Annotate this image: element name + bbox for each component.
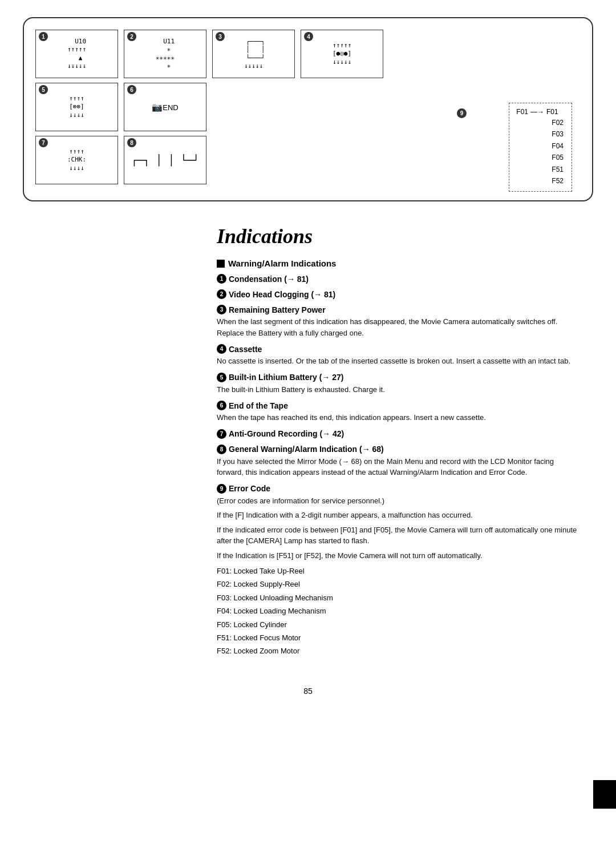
cell-icon-6: 📷END xyxy=(152,102,178,112)
error-code-line1: If the [F] Indication with a 2-digit num… xyxy=(217,510,582,521)
circle-num-5: 5 xyxy=(217,373,226,382)
error-code-f52: F52: Locked Zoom Motor xyxy=(217,644,582,657)
cell-num-5: 5 xyxy=(39,85,48,94)
diagram-cell-8: 8 ┌─┐ │ │ └─┘ xyxy=(124,136,206,184)
f01-start: F01 xyxy=(516,108,528,116)
item-9-label: Error Code xyxy=(229,484,270,493)
diagram-cell-1: 1 U10 ↑↑↑↑↑ ▲ ↓↓↓↓↓ xyxy=(35,30,118,78)
item-1-label: Condensation (→ 81) xyxy=(229,274,309,284)
f04-label: F04 xyxy=(552,140,564,152)
f9-badge: 9 xyxy=(457,108,467,118)
circle-num-7: 7 xyxy=(217,429,226,439)
cell-icon-1: U10 ↑↑↑↑↑ ▲ ↓↓↓↓↓ xyxy=(67,38,86,70)
black-square-icon xyxy=(217,260,225,268)
page-title: Indications xyxy=(217,224,582,248)
item-5-body: The built-in Lithium Battery is exhauste… xyxy=(217,384,582,395)
cell-num-7: 7 xyxy=(39,138,48,147)
item-8-label: General Warning/Alarm Indication (→ 68) xyxy=(229,445,384,454)
item-5-label: Built-in Lithium Battery (→ 27) xyxy=(229,373,343,382)
content-section: Indications Warning/Alarm Indications 1 … xyxy=(0,213,616,675)
black-rectangle xyxy=(593,780,616,809)
warning-header-text: Warning/Alarm Indications xyxy=(228,259,336,268)
item-7-header: 7 Anti-Ground Recording (→ 42) xyxy=(217,429,582,439)
item-4-label: Cassette xyxy=(229,345,262,354)
circle-num-8: 8 xyxy=(217,445,226,454)
f01-arrow: —→ xyxy=(530,108,544,116)
item-9-header: 9 Error Code xyxy=(217,484,582,494)
item-6-label: End of the Tape xyxy=(229,401,288,410)
cell-num-8: 8 xyxy=(127,138,136,147)
item-3-body: When the last segment of this indication… xyxy=(217,316,582,338)
diagram-cell-4: 4 ↑↑↑↑↑ [●◎●] ↓↓↓↓↓ xyxy=(301,30,383,78)
error-code-line2: If the indicated error code is between [… xyxy=(217,524,582,547)
cell-icon-5: ↑↑↑↑ [⊗⊗] ↓↓↓↓ xyxy=(69,95,84,119)
cell-icon-7: ↑↑↑↑ :CHK: ↓↓↓↓ xyxy=(67,148,86,172)
cell-num-6: 6 xyxy=(127,85,136,94)
circle-num-9: 9 xyxy=(217,484,226,494)
f01-label: F01 xyxy=(546,108,558,116)
cell-num-2: 2 xyxy=(127,32,136,41)
cell-icon-8: ┌─┐ │ │ └─┘ xyxy=(131,154,199,166)
error-code-intro: (Error codes are information for service… xyxy=(217,495,582,507)
cell-num-4: 4 xyxy=(304,32,313,41)
item-2-header: 2 Video Head Clogging (→ 81) xyxy=(217,289,582,299)
diagram-cell-6: 6 📷END xyxy=(124,83,206,131)
error-code-f02: F02: Locked Supply-Reel xyxy=(217,578,582,591)
error-code-f01: F01: Locked Take Up-Reel xyxy=(217,564,582,578)
page-number: 85 xyxy=(0,675,616,707)
cell-icon-2: U11 ✳ ✳✳✳✳✳ ✳ xyxy=(156,38,175,70)
error-code-list: F01: Locked Take Up-Reel F02: Locked Sup… xyxy=(217,564,582,658)
item-3-label: Remaining Battery Power xyxy=(229,305,326,314)
error-code-f05: F05: Locked Cylinder xyxy=(217,618,582,631)
item-8-header: 8 General Warning/Alarm Indication (→ 68… xyxy=(217,445,582,454)
circle-num-1: 1 xyxy=(217,274,226,284)
diagram-cell-5: 5 ↑↑↑↑ [⊗⊗] ↓↓↓↓ xyxy=(35,83,118,131)
circle-num-6: 6 xyxy=(217,401,226,410)
item-6-body: When the tape has reached its end, this … xyxy=(217,412,582,423)
diagram-cell-3: 3 ┌───┐ │ │ └───┘ ↓↓↓↓↓ xyxy=(212,30,295,78)
item-8-body: If you have selected the Mirror Mode (→ … xyxy=(217,456,582,478)
f52-label: F52 xyxy=(552,175,564,187)
item-6-header: 6 End of the Tape xyxy=(217,401,582,410)
warning-alarm-header: Warning/Alarm Indications xyxy=(217,259,582,268)
diagram-section: 1 U10 ↑↑↑↑↑ ▲ ↓↓↓↓↓ 2 U11 ✳ ✳✳✳✳✳ ✳ 3 ┌─… xyxy=(0,0,616,213)
diagram-border: 1 U10 ↑↑↑↑↑ ▲ ↓↓↓↓↓ 2 U11 ✳ ✳✳✳✳✳ ✳ 3 ┌─… xyxy=(23,17,593,201)
error-code-f03: F03: Locked Unloading Mechanism xyxy=(217,591,582,604)
diagram-cell-2: 2 U11 ✳ ✳✳✳✳✳ ✳ xyxy=(124,30,206,78)
item-4-body: No cassette is inserted. Or the tab of t… xyxy=(217,356,582,367)
circle-num-2: 2 xyxy=(217,289,226,299)
item-4-header: 4 Cassette xyxy=(217,344,582,354)
cell-num-1: 1 xyxy=(39,32,48,41)
cell-num-3: 3 xyxy=(216,32,225,41)
item-1-header: 1 Condensation (→ 81) xyxy=(217,274,582,284)
f02-label: F02 xyxy=(552,117,564,128)
error-code-line3: If the Indication is [F51] or [F52], the… xyxy=(217,550,582,562)
f03-label: F03 xyxy=(552,128,564,140)
f05-label: F05 xyxy=(552,152,564,163)
f51-label: F51 xyxy=(552,164,564,175)
error-code-f51: F51: Locked Focus Motor xyxy=(217,631,582,644)
cell-icon-3: ┌───┐ │ │ └───┘ ↓↓↓↓↓ xyxy=(242,38,265,70)
diagram-cell-7: 7 ↑↑↑↑ :CHK: ↓↓↓↓ xyxy=(35,136,118,184)
item-7-label: Anti-Ground Recording (→ 42) xyxy=(229,429,344,438)
item-2-label: Video Head Clogging (→ 81) xyxy=(229,290,335,299)
error-code-f04: F04: Locked Loading Mechanism xyxy=(217,604,582,617)
cell-icon-4: ↑↑↑↑↑ [●◎●] ↓↓↓↓↓ xyxy=(333,42,351,66)
circle-num-3: 3 xyxy=(217,305,226,314)
circle-num-4: 4 xyxy=(217,344,226,354)
item-3-header: 3 Remaining Battery Power xyxy=(217,305,582,314)
f-codes-box: F01 —→ F01 F02 F03 F04 F05 F51 F52 xyxy=(509,103,572,192)
item-5-header: 5 Built-in Lithium Battery (→ 27) xyxy=(217,373,582,382)
